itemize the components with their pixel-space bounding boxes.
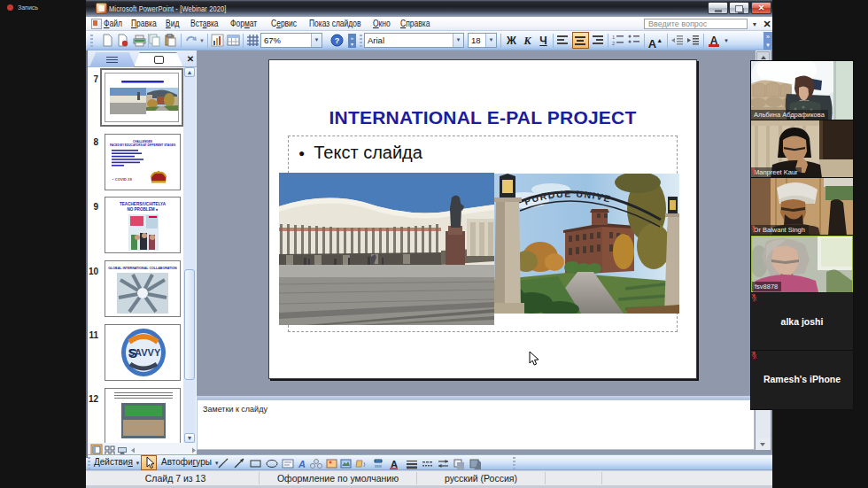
- svg-text:▾: ▾: [766, 42, 770, 48]
- svg-text:A: A: [298, 459, 306, 469]
- svg-text:»: »: [766, 34, 770, 40]
- svg-text:?: ?: [335, 36, 340, 45]
- svg-text:▾: ▾: [351, 42, 353, 47]
- svg-text:A: A: [391, 459, 398, 469]
- svg-text:1: 1: [612, 35, 616, 40]
- svg-text:2: 2: [612, 41, 616, 46]
- svg-text:S: S: [128, 345, 137, 360]
